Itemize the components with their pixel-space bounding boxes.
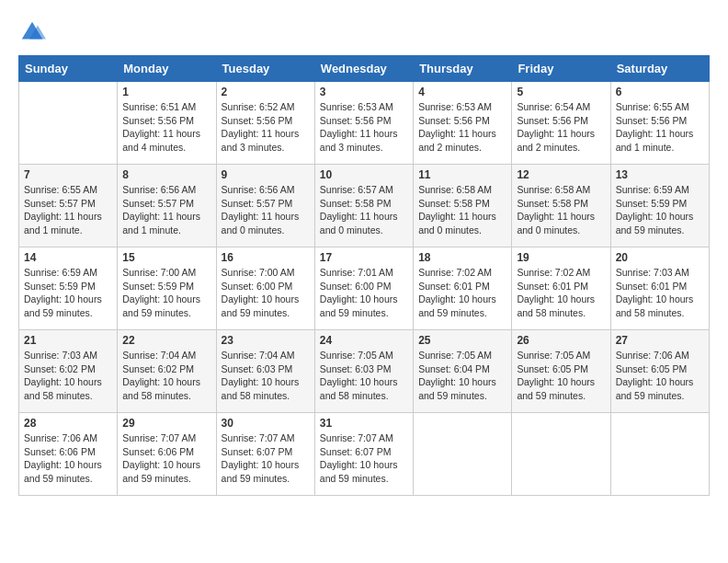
calendar-cell bbox=[512, 413, 610, 496]
day-info: Sunrise: 7:00 AM Sunset: 6:00 PM Dayligh… bbox=[222, 266, 310, 320]
day-number: 28 bbox=[24, 417, 112, 430]
calendar-cell: 5Sunrise: 6:54 AM Sunset: 5:56 PM Daylig… bbox=[512, 82, 610, 165]
weekday-monday: Monday bbox=[118, 56, 216, 82]
day-number: 30 bbox=[222, 417, 310, 430]
day-info: Sunrise: 6:51 AM Sunset: 5:56 PM Dayligh… bbox=[122, 100, 210, 155]
weekday-header-row: SundayMondayTuesdayWednesdayThursdayFrid… bbox=[19, 56, 710, 82]
calendar-cell: 14Sunrise: 6:59 AM Sunset: 5:59 PM Dayli… bbox=[19, 247, 118, 330]
day-info: Sunrise: 6:53 AM Sunset: 5:56 PM Dayligh… bbox=[418, 100, 506, 155]
calendar-cell: 18Sunrise: 7:02 AM Sunset: 6:01 PM Dayli… bbox=[414, 247, 512, 330]
day-number: 1 bbox=[122, 86, 210, 98]
day-info: Sunrise: 6:53 AM Sunset: 5:56 PM Dayligh… bbox=[320, 100, 408, 155]
calendar-cell: 29Sunrise: 7:07 AM Sunset: 6:06 PM Dayli… bbox=[118, 413, 216, 496]
calendar-cell: 9Sunrise: 6:56 AM Sunset: 5:57 PM Daylig… bbox=[216, 165, 314, 247]
day-info: Sunrise: 7:07 AM Sunset: 6:07 PM Dayligh… bbox=[222, 431, 310, 486]
day-info: Sunrise: 6:56 AM Sunset: 5:57 PM Dayligh… bbox=[122, 183, 210, 237]
day-number: 21 bbox=[24, 334, 112, 347]
day-info: Sunrise: 6:56 AM Sunset: 5:57 PM Dayligh… bbox=[222, 183, 310, 237]
calendar-cell: 16Sunrise: 7:00 AM Sunset: 6:00 PM Dayli… bbox=[216, 247, 314, 330]
calendar-cell: 19Sunrise: 7:02 AM Sunset: 6:01 PM Dayli… bbox=[512, 247, 610, 330]
weekday-thursday: Thursday bbox=[414, 56, 512, 82]
day-number: 3 bbox=[320, 86, 408, 98]
calendar-cell: 17Sunrise: 7:01 AM Sunset: 6:00 PM Dayli… bbox=[314, 247, 413, 330]
day-info: Sunrise: 7:03 AM Sunset: 6:02 PM Dayligh… bbox=[24, 349, 112, 403]
day-number: 29 bbox=[122, 417, 210, 430]
day-number: 10 bbox=[320, 168, 408, 181]
calendar-cell: 28Sunrise: 7:06 AM Sunset: 6:06 PM Dayli… bbox=[19, 413, 118, 496]
calendar-cell bbox=[19, 82, 118, 165]
day-info: Sunrise: 7:07 AM Sunset: 6:06 PM Dayligh… bbox=[122, 431, 210, 486]
calendar-table: SundayMondayTuesdayWednesdayThursdayFrid… bbox=[18, 55, 710, 496]
day-info: Sunrise: 7:04 AM Sunset: 6:02 PM Dayligh… bbox=[122, 349, 210, 403]
day-info: Sunrise: 7:04 AM Sunset: 6:03 PM Dayligh… bbox=[222, 349, 310, 403]
day-number: 18 bbox=[418, 251, 506, 264]
day-info: Sunrise: 6:59 AM Sunset: 5:59 PM Dayligh… bbox=[24, 266, 112, 320]
day-info: Sunrise: 7:05 AM Sunset: 6:04 PM Dayligh… bbox=[418, 349, 506, 403]
day-number: 16 bbox=[222, 251, 310, 264]
calendar-cell: 12Sunrise: 6:58 AM Sunset: 5:58 PM Dayli… bbox=[512, 165, 610, 247]
calendar-week-3: 14Sunrise: 6:59 AM Sunset: 5:59 PM Dayli… bbox=[19, 247, 710, 330]
day-info: Sunrise: 7:05 AM Sunset: 6:03 PM Dayligh… bbox=[320, 349, 408, 403]
day-number: 22 bbox=[122, 334, 210, 347]
calendar-cell: 20Sunrise: 7:03 AM Sunset: 6:01 PM Dayli… bbox=[610, 247, 709, 330]
day-number: 12 bbox=[517, 168, 605, 181]
day-number: 20 bbox=[616, 251, 704, 264]
calendar-cell: 26Sunrise: 7:05 AM Sunset: 6:05 PM Dayli… bbox=[512, 330, 610, 413]
calendar-cell: 11Sunrise: 6:58 AM Sunset: 5:58 PM Dayli… bbox=[414, 165, 512, 247]
calendar-week-1: 1Sunrise: 6:51 AM Sunset: 5:56 PM Daylig… bbox=[19, 82, 710, 165]
day-number: 27 bbox=[616, 334, 704, 347]
day-info: Sunrise: 7:07 AM Sunset: 6:07 PM Dayligh… bbox=[320, 431, 408, 486]
calendar-body: 1Sunrise: 6:51 AM Sunset: 5:56 PM Daylig… bbox=[19, 82, 710, 496]
calendar-cell: 4Sunrise: 6:53 AM Sunset: 5:56 PM Daylig… bbox=[414, 82, 512, 165]
calendar-cell: 22Sunrise: 7:04 AM Sunset: 6:02 PM Dayli… bbox=[118, 330, 216, 413]
day-info: Sunrise: 6:58 AM Sunset: 5:58 PM Dayligh… bbox=[517, 183, 605, 237]
day-number: 7 bbox=[24, 168, 112, 181]
day-info: Sunrise: 6:55 AM Sunset: 5:56 PM Dayligh… bbox=[616, 100, 704, 155]
day-number: 17 bbox=[320, 251, 408, 264]
day-number: 23 bbox=[222, 334, 310, 347]
day-info: Sunrise: 7:06 AM Sunset: 6:05 PM Dayligh… bbox=[616, 349, 704, 403]
logo bbox=[18, 18, 50, 46]
day-number: 24 bbox=[320, 334, 408, 347]
calendar-week-4: 21Sunrise: 7:03 AM Sunset: 6:02 PM Dayli… bbox=[19, 330, 710, 413]
calendar-cell: 23Sunrise: 7:04 AM Sunset: 6:03 PM Dayli… bbox=[216, 330, 314, 413]
day-number: 2 bbox=[222, 86, 310, 98]
day-number: 8 bbox=[122, 168, 210, 181]
calendar-cell: 13Sunrise: 6:59 AM Sunset: 5:59 PM Dayli… bbox=[610, 165, 709, 247]
calendar-cell: 7Sunrise: 6:55 AM Sunset: 5:57 PM Daylig… bbox=[19, 165, 118, 247]
calendar-cell bbox=[414, 413, 512, 496]
day-number: 15 bbox=[122, 251, 210, 264]
day-number: 9 bbox=[222, 168, 310, 181]
weekday-sunday: Sunday bbox=[19, 56, 118, 82]
day-info: Sunrise: 6:58 AM Sunset: 5:58 PM Dayligh… bbox=[418, 183, 506, 237]
weekday-friday: Friday bbox=[512, 56, 610, 82]
day-number: 6 bbox=[616, 86, 704, 98]
day-number: 25 bbox=[418, 334, 506, 347]
day-number: 26 bbox=[517, 334, 605, 347]
calendar-cell: 2Sunrise: 6:52 AM Sunset: 5:56 PM Daylig… bbox=[216, 82, 314, 165]
calendar-cell: 1Sunrise: 6:51 AM Sunset: 5:56 PM Daylig… bbox=[118, 82, 216, 165]
day-info: Sunrise: 7:05 AM Sunset: 6:05 PM Dayligh… bbox=[517, 349, 605, 403]
calendar-cell: 8Sunrise: 6:56 AM Sunset: 5:57 PM Daylig… bbox=[118, 165, 216, 247]
day-info: Sunrise: 7:03 AM Sunset: 6:01 PM Dayligh… bbox=[616, 266, 704, 320]
page-header bbox=[18, 18, 710, 46]
weekday-wednesday: Wednesday bbox=[314, 56, 413, 82]
calendar-cell: 31Sunrise: 7:07 AM Sunset: 6:07 PM Dayli… bbox=[314, 413, 413, 496]
calendar-cell: 15Sunrise: 7:00 AM Sunset: 5:59 PM Dayli… bbox=[118, 247, 216, 330]
weekday-saturday: Saturday bbox=[610, 56, 709, 82]
day-number: 31 bbox=[320, 417, 408, 430]
calendar-cell: 10Sunrise: 6:57 AM Sunset: 5:58 PM Dayli… bbox=[314, 165, 413, 247]
calendar-cell: 27Sunrise: 7:06 AM Sunset: 6:05 PM Dayli… bbox=[610, 330, 709, 413]
day-number: 5 bbox=[517, 86, 605, 98]
calendar-cell: 3Sunrise: 6:53 AM Sunset: 5:56 PM Daylig… bbox=[314, 82, 413, 165]
day-info: Sunrise: 7:02 AM Sunset: 6:01 PM Dayligh… bbox=[418, 266, 506, 320]
calendar-cell: 6Sunrise: 6:55 AM Sunset: 5:56 PM Daylig… bbox=[610, 82, 709, 165]
day-number: 4 bbox=[418, 86, 506, 98]
day-number: 13 bbox=[616, 168, 704, 181]
calendar-cell: 21Sunrise: 7:03 AM Sunset: 6:02 PM Dayli… bbox=[19, 330, 118, 413]
day-info: Sunrise: 7:06 AM Sunset: 6:06 PM Dayligh… bbox=[24, 431, 112, 486]
day-info: Sunrise: 6:59 AM Sunset: 5:59 PM Dayligh… bbox=[616, 183, 704, 237]
calendar-cell bbox=[610, 413, 709, 496]
day-info: Sunrise: 6:52 AM Sunset: 5:56 PM Dayligh… bbox=[222, 100, 310, 155]
calendar-cell: 24Sunrise: 7:05 AM Sunset: 6:03 PM Dayli… bbox=[314, 330, 413, 413]
